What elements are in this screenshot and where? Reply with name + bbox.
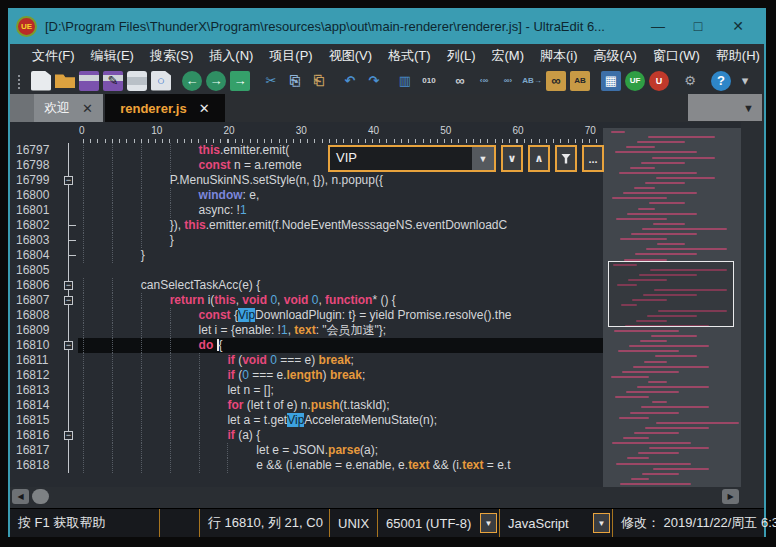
replace-icon[interactable]: AB→ (522, 71, 542, 91)
fold-column[interactable]: − (60, 173, 78, 188)
scroll-right-icon[interactable]: ▶ (722, 489, 739, 504)
help-icon[interactable]: ? (711, 71, 731, 91)
code-editor[interactable]: 010203040506070 16797this.emitter.emit(1… (10, 122, 741, 487)
copy-icon[interactable]: ⎘ (285, 71, 305, 91)
save-as-icon[interactable]: ✎ (103, 71, 123, 91)
menu-item-6[interactable]: 视图(V) (321, 45, 380, 67)
minimap-line (611, 131, 625, 133)
line-number: 16803 (10, 233, 60, 248)
scroll-left-icon[interactable]: ◀ (12, 489, 29, 504)
minimap-line (652, 401, 667, 403)
indent-guide (141, 338, 170, 353)
fold-collapse-icon[interactable]: − (64, 176, 73, 185)
indent-guide (199, 413, 228, 428)
fold-collapse-icon[interactable]: − (64, 281, 73, 290)
fold-column[interactable]: − (60, 338, 78, 353)
syntax-dropdown-icon[interactable]: ▼ (593, 513, 610, 533)
window-border-right (764, 44, 766, 537)
maximize-button[interactable]: □ (678, 18, 718, 34)
paste-icon[interactable]: ⎗ (309, 71, 329, 91)
fold-column (60, 353, 78, 368)
settings-icon[interactable]: ⚙ (680, 71, 700, 91)
menu-item-5[interactable]: 项目(P) (261, 45, 320, 67)
tab-renderer.js[interactable]: renderer.js✕ (105, 94, 225, 122)
find-icon[interactable]: ∞ (450, 71, 470, 91)
goto-icon[interactable]: → (230, 71, 250, 91)
cut-icon[interactable]: ✂ (261, 71, 281, 91)
find-prev-icon[interactable]: ‹∞ (474, 71, 494, 91)
code-token: text (462, 458, 483, 472)
ultracompare-icon[interactable]: UF (625, 71, 645, 91)
tab-欢迎[interactable]: 欢迎✕ (34, 94, 105, 122)
minimap-line (645, 182, 685, 184)
fold-column[interactable]: − (60, 428, 78, 443)
status-line-ending[interactable]: UNIX (330, 509, 378, 537)
menu-item-7[interactable]: 格式(T) (380, 45, 439, 67)
menu-item-11[interactable]: 高级(A) (586, 45, 645, 67)
indent-guide (141, 428, 170, 443)
code-token: (a) { (235, 428, 260, 442)
fold-collapse-icon[interactable]: − (64, 296, 73, 305)
hex-edit-icon[interactable]: 010 (419, 71, 439, 91)
search-input[interactable]: VIP (330, 147, 472, 170)
tab-close-icon[interactable]: ✕ (199, 101, 210, 116)
file-compare-icon[interactable]: ▦ (601, 71, 621, 91)
horizontal-scrollbar[interactable]: ◀ ▶ (10, 487, 741, 507)
save-icon[interactable] (79, 71, 99, 91)
ultraedit-window: UE [D:\Program Files\ThunderX\Program\re… (0, 0, 776, 547)
minimize-button[interactable]: — (638, 18, 678, 34)
minimap-line (646, 248, 727, 250)
indent-guide (199, 383, 228, 398)
close-button[interactable]: ✕ (718, 18, 758, 34)
encoding-dropdown-icon[interactable]: ▼ (480, 513, 497, 533)
replace-in-files-icon[interactable]: AB (570, 71, 590, 91)
title-bar[interactable]: UE [D:\Program Files\ThunderX\Program\re… (8, 8, 766, 44)
menu-item-9[interactable]: 宏(M) (484, 45, 533, 67)
undo-icon[interactable]: ↶ (340, 71, 360, 91)
find-next-button[interactable]: ∨ (501, 145, 523, 172)
menu-item-12[interactable]: 窗口(W) (645, 45, 708, 67)
menu-item-8[interactable]: 列(L) (439, 45, 484, 67)
fold-column[interactable]: − (60, 293, 78, 308)
open-file-icon[interactable] (55, 71, 75, 91)
search-combo[interactable]: VIP ▼ (328, 145, 496, 172)
menu-item-3[interactable]: 搜索(S) (142, 45, 201, 67)
ruler-label: 0 (79, 125, 85, 136)
forward-icon[interactable]: → (206, 71, 226, 91)
tab-list-dropdown[interactable]: ▼ (688, 94, 762, 121)
uestudio-icon[interactable]: U (649, 71, 669, 91)
menu-item-2[interactable]: 编辑(E) (83, 45, 142, 67)
column-mode-icon[interactable]: ▥ (395, 71, 415, 91)
fold-column[interactable]: − (60, 278, 78, 293)
redo-icon[interactable]: ↷ (364, 71, 384, 91)
status-encoding[interactable]: 65001 (UTF-8) (378, 509, 478, 537)
minimap[interactable] (603, 128, 741, 487)
print-icon[interactable] (127, 71, 147, 91)
minimap-line (656, 422, 739, 424)
filter-button[interactable] (555, 145, 577, 172)
menu-item-10[interactable]: 脚本(i) (532, 45, 586, 67)
minimap-viewport[interactable] (608, 261, 734, 327)
find-prev-button[interactable]: ∧ (528, 145, 550, 172)
menu-item-4[interactable]: 插入(N) (201, 45, 261, 67)
toolbar-overflow-icon[interactable]: ▾ (735, 71, 755, 91)
search-history-dropdown[interactable]: ▼ (472, 147, 494, 170)
back-icon[interactable]: ← (182, 71, 202, 91)
print-preview-icon[interactable]: ○ (151, 71, 171, 91)
new-file-icon[interactable] (31, 71, 51, 91)
find-in-files-icon[interactable]: ∞ (546, 71, 566, 91)
more-button[interactable]: ... (582, 145, 604, 172)
horizontal-scroll-thumb[interactable] (32, 489, 49, 504)
fold-collapse-icon[interactable]: − (64, 431, 73, 440)
toolbar-separator (173, 71, 180, 91)
code-token: n = a.remote (231, 158, 302, 172)
fold-collapse-icon[interactable]: − (64, 341, 73, 350)
minimap-line (627, 457, 649, 459)
menu-item-1[interactable]: 文件(F) (24, 45, 83, 67)
minimap-line (626, 391, 679, 393)
toolbar-grip[interactable] (16, 73, 21, 89)
status-syntax[interactable]: JavaScript (499, 509, 591, 537)
menu-item-13[interactable]: 帮助(H) (708, 45, 768, 67)
find-next-icon[interactable]: ∞› (498, 71, 518, 91)
tab-close-icon[interactable]: ✕ (82, 101, 93, 116)
